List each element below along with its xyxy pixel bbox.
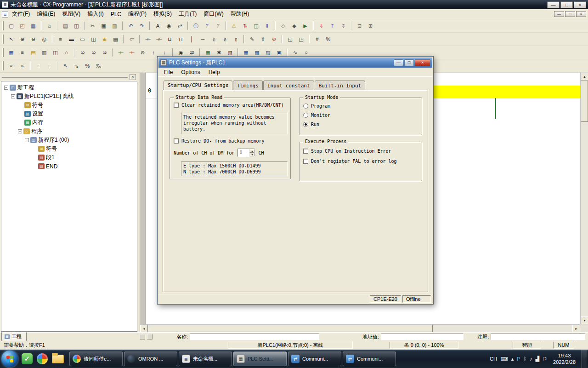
tree-expander-icon[interactable]: − bbox=[25, 138, 29, 142]
print-icon[interactable]: ▤ bbox=[60, 21, 71, 31]
next-section-icon[interactable]: ↘ bbox=[71, 61, 82, 71]
bluetooth-icon[interactable]: ᛒ bbox=[524, 356, 527, 362]
outdent-rung-icon[interactable]: « bbox=[6, 61, 17, 71]
save-file-icon[interactable]: ▦ bbox=[28, 21, 39, 31]
view-ct-icon[interactable]: CT bbox=[126, 34, 137, 44]
pointer-icon[interactable]: ↖ bbox=[6, 34, 17, 44]
force-on-icon[interactable]: ⊣⊢ bbox=[115, 47, 126, 58]
or-contact-nc-icon[interactable]: ⊓ bbox=[175, 34, 186, 44]
tree-expander-icon[interactable]: − bbox=[4, 86, 8, 90]
address-field[interactable] bbox=[381, 334, 464, 340]
tree-item[interactable]: −◫新工程 bbox=[2, 83, 136, 92]
ladder-view-icon[interactable]: ▦ bbox=[6, 47, 17, 58]
taskbar-button[interactable]: ⇄Communi... bbox=[343, 351, 396, 366]
mnemonic-view-icon[interactable]: ≡ bbox=[17, 47, 28, 58]
show-percent-icon[interactable]: % bbox=[82, 61, 93, 71]
zoom-percent-icon[interactable]: % bbox=[323, 34, 334, 44]
pause-monitor-icon[interactable]: ‖ bbox=[262, 21, 272, 31]
or-contact-no-icon[interactable]: ⊔ bbox=[164, 34, 175, 44]
force-off-icon[interactable]: ⊣⊢ bbox=[126, 47, 137, 58]
instruction-icon[interactable]: [ ] bbox=[231, 34, 241, 44]
app-titlebar[interactable]: ≣ 未命名標題 - CX-Programmer - [新PLC1.新程序1.段1… bbox=[0, 0, 588, 9]
split-right-button[interactable] bbox=[147, 334, 153, 339]
work-online-icon[interactable]: ⇅ bbox=[240, 21, 250, 31]
mdi-child-icon[interactable]: ≣ bbox=[2, 11, 8, 17]
rung-number-icon[interactable]: # bbox=[312, 34, 322, 44]
coil-icon[interactable]: ( ) bbox=[209, 34, 219, 44]
program-mode-icon[interactable]: ◇ bbox=[278, 21, 288, 31]
scroll-left-icon[interactable]: ◄ bbox=[140, 325, 148, 333]
tree-expander-icon[interactable]: − bbox=[18, 129, 22, 133]
section-list-icon[interactable]: ▥ bbox=[39, 47, 50, 58]
tab-startup-cpu-settings[interactable]: Startup/CPU Settings bbox=[164, 80, 232, 90]
vertical-scrollbar-thumb[interactable] bbox=[581, 80, 588, 122]
taskbar-button[interactable]: 请问师傅e... bbox=[69, 351, 123, 366]
print-preview-icon[interactable]: ◫ bbox=[71, 21, 82, 31]
cascade-windows-icon[interactable]: ◱ bbox=[285, 34, 295, 44]
tab-timings[interactable]: Timings bbox=[233, 80, 262, 90]
toolbar-grip[interactable] bbox=[2, 61, 4, 70]
spin-up-icon[interactable]: ▲ bbox=[249, 149, 254, 153]
language-indicator[interactable]: CH bbox=[490, 356, 497, 362]
redo-icon[interactable]: ↷ bbox=[136, 21, 147, 31]
editor-vertical-scrollbar[interactable]: ▲ ▼ bbox=[580, 73, 588, 324]
tile-windows-icon[interactable]: ◳ bbox=[296, 34, 306, 44]
monitor-mode-radio[interactable] bbox=[303, 113, 308, 118]
context-help-icon[interactable]: ? bbox=[213, 21, 223, 31]
transfer-from-plc-icon[interactable]: ⇑ bbox=[327, 21, 338, 31]
tree-expander-icon[interactable]: − bbox=[11, 94, 15, 98]
maximize-button[interactable]: □ bbox=[560, 1, 573, 8]
scrollbar-track[interactable] bbox=[433, 325, 572, 332]
restore-d0-checkbox[interactable] bbox=[174, 138, 179, 144]
zoom-10-icon[interactable]: 10 bbox=[77, 47, 88, 58]
symbol-table-icon[interactable]: ▤ bbox=[28, 47, 39, 58]
editor-horizontal-scrollbar[interactable]: ◄ ► bbox=[140, 324, 580, 332]
dialog-close-button[interactable]: × bbox=[415, 59, 430, 66]
menu-edit[interactable]: 编辑(E) bbox=[34, 9, 58, 19]
clear-retained-memory-checkbox[interactable] bbox=[174, 103, 179, 108]
comment-field[interactable] bbox=[491, 334, 585, 340]
panel-close-icon[interactable]: × bbox=[130, 74, 136, 80]
vertical-line-icon[interactable]: │ bbox=[187, 34, 197, 44]
grid-toggle-icon[interactable]: ⊞ bbox=[99, 34, 110, 44]
horizontal-scrollbar-thumb[interactable] bbox=[148, 325, 433, 332]
scroll-down-icon[interactable]: ▼ bbox=[581, 316, 588, 324]
cut-icon[interactable]: ✂ bbox=[87, 21, 98, 31]
tree-item[interactable]: −▱程序 bbox=[2, 127, 136, 136]
dm-count-spinner[interactable]: 0 ▲ ▼ bbox=[237, 149, 255, 157]
volume-icon[interactable]: ♪ bbox=[530, 356, 532, 362]
zoom-16-icon[interactable]: 16 bbox=[99, 47, 110, 58]
dialog-menu-options[interactable]: Options bbox=[177, 69, 204, 75]
tree-item[interactable]: ⊞符号 bbox=[2, 101, 136, 109]
scroll-right-icon[interactable]: ► bbox=[572, 325, 580, 333]
dialog-titlebar[interactable]: ▦ PLC Settings - 新PLC1 — □ × bbox=[158, 58, 432, 68]
tree-item[interactable]: ⊞符号 bbox=[2, 144, 136, 153]
copy-icon[interactable]: ▣ bbox=[98, 21, 109, 31]
taskbar-button[interactable]: ≣未命名標... bbox=[179, 351, 232, 366]
scroll-up-icon[interactable]: ▲ bbox=[581, 73, 588, 80]
start-button[interactable] bbox=[1, 351, 18, 367]
find-icon[interactable]: ◉ bbox=[164, 21, 174, 31]
show-permille-icon[interactable]: ‰ bbox=[93, 61, 104, 71]
toolbar-grip[interactable] bbox=[2, 34, 4, 44]
menu-program[interactable]: 编程(P) bbox=[125, 9, 150, 19]
dialog-menu-file[interactable]: File bbox=[160, 69, 176, 75]
mdi-minimize-button[interactable]: — bbox=[554, 11, 564, 17]
menu-tools[interactable]: 工具(T) bbox=[175, 9, 200, 19]
tab-input-constant[interactable]: Input constant bbox=[263, 80, 314, 90]
taskbar-button[interactable]: ⇄Communi... bbox=[288, 351, 341, 366]
previous-section-icon[interactable]: ↖ bbox=[60, 61, 71, 71]
change-plc-model-icon[interactable]: ⌂ bbox=[44, 21, 55, 31]
tree-item[interactable]: −◫新程序1 (00) bbox=[2, 136, 136, 144]
mdi-restore-button[interactable]: □ bbox=[565, 11, 575, 17]
tree-item[interactable]: ▦内存 bbox=[2, 118, 136, 127]
tree-item[interactable]: ▤END bbox=[2, 162, 136, 171]
send-changes-icon[interactable]: ⇧ bbox=[258, 34, 268, 44]
menu-simulation[interactable]: 模拟(S) bbox=[150, 9, 175, 19]
tab-built-in-input[interactable]: Built-in Input bbox=[315, 80, 366, 90]
quick-launch-explorer-icon[interactable] bbox=[52, 355, 64, 363]
view-symbol-bar-icon[interactable]: ▬ bbox=[66, 34, 77, 44]
tree-item[interactable]: −▦新PLC1[CP1E] 离线 bbox=[2, 92, 136, 101]
paste-icon[interactable]: ▥ bbox=[109, 21, 120, 31]
online-edit-icon[interactable]: ✎ bbox=[247, 34, 257, 44]
